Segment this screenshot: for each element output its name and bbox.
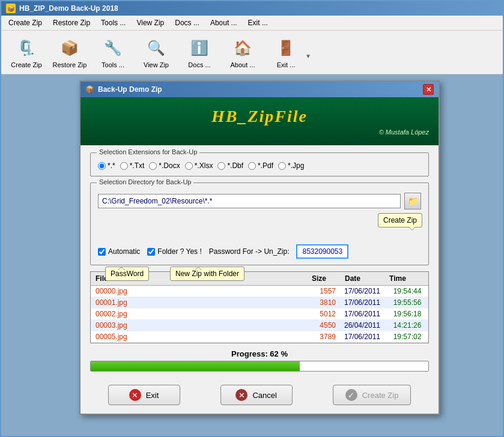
ext-xlsx-radio[interactable] [185,162,193,170]
cell-file: 00002.jpg [91,309,302,319]
progress-bar-container [90,361,429,372]
toolbar-tools-label: Tools ... [102,61,124,68]
menu-create-zip[interactable]: Create Zip [4,17,47,29]
menu-docs[interactable]: Docs ... [170,17,204,29]
dialog-icon: 📦 [85,85,94,94]
tooltip-newzip: New Zip with Folder [170,267,244,281]
menu-exit[interactable]: Exit ... [243,17,273,29]
dialog-copyright: © Mustafa López [90,128,429,136]
directory-row: 📁 [98,193,421,209]
auto-checkbox[interactable] [98,248,106,256]
ext-pdf-radio[interactable] [248,162,256,170]
cell-time: 19:55:56 [386,297,428,308]
menu-tools[interactable]: Tools ... [96,17,130,29]
cancel-icon: ✕ [235,389,247,401]
folder-checkbox[interactable] [147,248,155,256]
exit-label: Exit [146,391,159,400]
ext-jpg-label: *.Jpg [288,161,304,170]
col-header-size: Size [293,273,329,284]
cell-date: 17/06/2011 [338,331,386,342]
ext-txt-label: *.Txt [130,161,145,170]
window-title: HB_ZIP_Demo Back-Up 2018 [19,4,118,13]
ext-all-radio[interactable] [98,162,106,170]
progress-bar-fill [91,361,300,371]
directory-legend: Selection Directory for Back-Up [97,178,193,185]
auto-check[interactable]: Automatic [98,247,140,256]
options-row: Automatic Folder ? Yes ! Password For ->… [98,244,421,259]
dialog-header: HB_ZipFile © Mustafa López [80,97,439,145]
dialog-close-button[interactable]: ✕ [423,84,434,95]
cell-file: 00003.jpg [91,320,302,331]
directory-browse-button[interactable]: 📁 [404,193,421,209]
docs-icon: ℹ️ [187,36,211,60]
dialog-body: Selection Extensions for Back-Up *.* *.T… [80,145,439,379]
menu-about[interactable]: About ... [205,17,242,29]
toolbar-about[interactable]: 🏠 About ... [222,33,263,71]
toolbar-view-zip[interactable]: 🔍 View Zip [136,33,177,71]
exit-button[interactable]: ✕ Exit [108,385,180,405]
ext-dbf-radio[interactable] [217,162,225,170]
toolbar-tools[interactable]: 🔧 Tools ... [93,33,133,71]
ext-docx[interactable]: *.Docx [149,161,180,170]
exit-icon: 🚪 [274,36,298,60]
table-row: 00002.jpg 5012 17/06/2011 19:56:18 [91,309,428,320]
col-header-time: Time [377,273,419,284]
directory-input[interactable] [98,194,401,208]
tooltip-password: PassWord [105,267,149,281]
toolbar-exit[interactable]: 🚪 Exit ... [266,33,306,71]
menu-view-zip[interactable]: View Zip [132,17,169,29]
ext-docx-radio[interactable] [149,162,157,170]
cell-date: 26/04/2011 [338,320,386,331]
ext-all[interactable]: *.* [98,161,115,170]
menu-restore-zip[interactable]: Restore Zip [48,17,95,29]
ext-txt[interactable]: *.Txt [120,161,145,170]
toolbar-restore-zip[interactable]: 📦 Restore Zip [49,33,90,71]
table-row: 00000.jpg 1557 17/06/2011 19:54:44 [91,286,428,297]
cell-file: 00005.jpg [91,331,302,342]
ext-pdf[interactable]: *.Pdf [248,161,273,170]
about-icon: 🏠 [231,36,255,60]
toolbar-create-zip[interactable]: 🗜️ Create Zip [6,33,47,71]
toolbar-view-zip-label: View Zip [144,61,169,68]
ext-txt-radio[interactable] [120,162,128,170]
file-list-container: File Size Date Time 00000.jpg 1557 17/06… [90,271,429,343]
table-row: 00003.jpg 4550 26/04/2011 14:21:26 [91,320,428,331]
cell-time: 19:57:02 [386,331,428,342]
cell-size: 3789 [302,331,338,342]
ext-jpg-radio[interactable] [278,162,286,170]
cell-size: 3810 [302,297,338,308]
table-row: 00005.jpg 3789 17/06/2011 19:57:02 [91,331,428,343]
directory-group: Selection Directory for Back-Up Create Z… [90,182,429,265]
create-zip-icon: 🗜️ [14,36,38,60]
ext-docx-label: *.Docx [159,161,180,170]
ext-xlsx[interactable]: *.Xlsx [185,161,213,170]
dialog-footer: ✕ Exit ✕ Cancel ✓ Create Zip [80,379,439,414]
create-zip-check-icon: ✓ [345,389,357,401]
progress-label: Progress: 62 % [90,349,429,358]
dialog-title: Back-Up Demo Zip [98,85,162,94]
create-zip-dialog-button[interactable]: ✓ Create Zip [333,385,411,405]
ext-jpg[interactable]: *.Jpg [278,161,304,170]
folder-check[interactable]: Folder ? Yes ! [147,247,201,256]
cell-time: 19:54:44 [386,286,428,297]
scroll-header-spacer [419,273,428,284]
ext-pdf-label: *.Pdf [258,161,273,170]
menu-bar: Create Zip Restore Zip Tools ... View Zi… [1,16,503,31]
file-list-body[interactable]: 00000.jpg 1557 17/06/2011 19:54:44 00001… [91,286,428,343]
cell-date: 17/06/2011 [338,297,386,308]
col-header-date: Date [329,273,377,284]
ext-dbf[interactable]: *.Dbf [217,161,243,170]
cell-date: 17/06/2011 [338,309,386,319]
toolbar-about-label: About ... [231,61,255,68]
extensions-group: Selection Extensions for Back-Up *.* *.T… [90,152,429,176]
cell-size: 4550 [302,320,338,331]
extensions-legend: Selection Extensions for Back-Up [97,148,199,155]
dialog-header-title: HB_ZipFile [90,107,429,126]
cell-date: 17/06/2011 [338,286,386,297]
toolbar-docs[interactable]: ℹ️ Docs ... [179,33,220,71]
create-zip-label: Create Zip [362,391,399,400]
toolbar-restore-zip-label: Restore Zip [53,61,87,68]
dialog: 📦 Back-Up Demo Zip ✕ HB_ZipFile © Mustaf… [79,80,440,415]
cancel-button[interactable]: ✕ Cancel [220,385,293,405]
ext-xlsx-label: *.Xlsx [195,161,213,170]
